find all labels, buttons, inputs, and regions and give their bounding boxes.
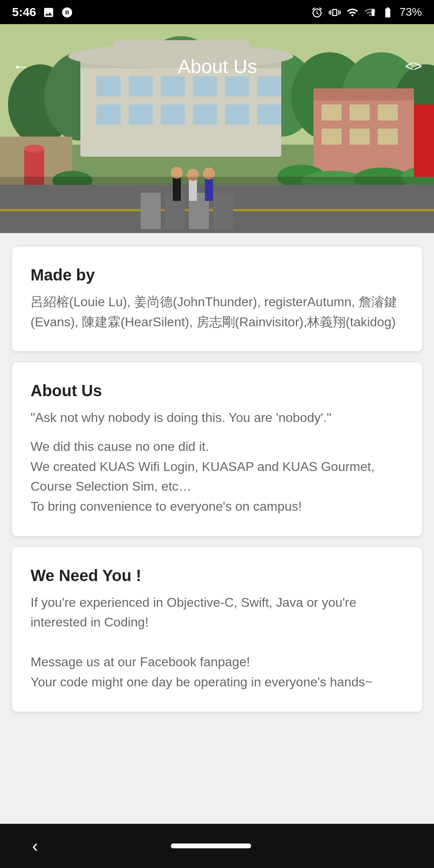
nav-home-pill[interactable] [171,843,251,848]
bottom-spacer [12,723,422,771]
svg-rect-31 [350,104,370,121]
made-by-title: Made by [31,266,403,284]
pinwheel-icon [61,6,73,19]
svg-rect-30 [321,104,342,121]
svg-rect-23 [129,104,153,125]
about-us-title: About Us [31,382,403,400]
content-area: Made by 呂紹榕(Louie Lu), 姜尚德(JohnThunder),… [0,235,434,783]
status-right: 73% [311,6,422,19]
vibrate-icon [329,6,341,19]
battery-icon [382,6,394,19]
svg-rect-35 [378,129,398,145]
bottom-nav: ‹ [0,824,434,868]
status-bar: 5:46 73% [0,0,434,24]
alarm-icon [311,6,323,19]
svg-rect-33 [321,129,342,145]
about-us-body: We did this cause no one did it. We crea… [31,437,403,516]
svg-rect-22 [96,104,121,125]
we-need-you-card: We Need You ! If you're experienced in O… [12,547,422,712]
signal-icon [364,6,376,19]
battery-percent: 73% [399,6,422,18]
svg-rect-0 [372,9,375,16]
svg-point-38 [24,145,44,153]
status-left: 5:46 [12,5,73,19]
hero-section: ← About Us <> [0,24,434,235]
about-us-quote: "Ask not why nobody is doing this. You a… [31,408,403,427]
we-need-you-body: If you're experienced in Objective-C, Sw… [31,593,403,692]
svg-rect-56 [414,104,434,177]
made-by-body: 呂紹榕(Louie Lu), 姜尚德(JohnThunder), registe… [31,292,403,332]
svg-rect-26 [225,104,249,125]
about-us-card: About Us "Ask not why nobody is doing th… [12,362,422,536]
svg-rect-29 [313,88,414,100]
svg-rect-25 [193,104,217,125]
code-icon[interactable]: <> [405,58,422,75]
svg-rect-24 [161,104,185,125]
nav-back-button[interactable]: ‹ [32,836,38,856]
svg-rect-27 [257,104,281,125]
svg-rect-32 [378,104,398,121]
app-bar-actions: <> [405,58,422,75]
we-need-you-title: We Need You ! [31,567,403,585]
photo-icon [43,6,55,19]
made-by-card: Made by 呂紹榕(Louie Lu), 姜尚德(JohnThunder),… [12,247,422,351]
svg-rect-57 [0,177,434,233]
app-bar-title: About Us [178,55,257,78]
svg-rect-34 [350,129,370,145]
wifi-icon [346,6,358,19]
app-bar: ← About Us <> [0,48,434,84]
status-time: 5:46 [12,5,36,19]
back-button[interactable]: ← [12,56,30,76]
